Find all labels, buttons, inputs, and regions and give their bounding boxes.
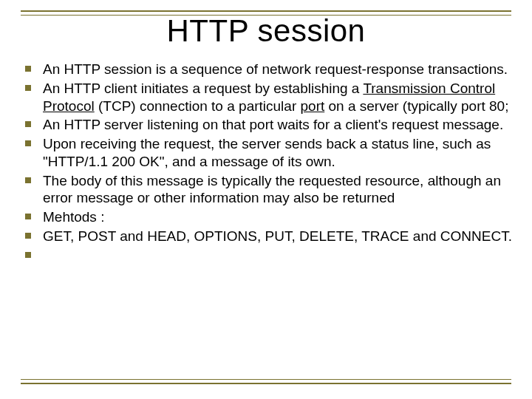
bullet-list: An HTTP session is a sequence of network… xyxy=(22,61,514,262)
bullet-item: An HTTP client initiates a request by es… xyxy=(22,80,514,115)
bullet-text: Upon receiving the request, the server s… xyxy=(43,136,491,169)
slide: HTTP session An HTTP session is a sequen… xyxy=(0,0,532,399)
bullet-item: An HTTP server listening on that port wa… xyxy=(22,116,514,134)
bullet-text: The body of this message is typically th… xyxy=(43,173,501,206)
bottom-rule-thin xyxy=(21,379,511,380)
bullet-item: Mehtods : xyxy=(22,208,514,226)
bullet-text: on a server (typically port 80; xyxy=(324,98,508,114)
bullet-item: Upon receiving the request, the server s… xyxy=(22,135,514,171)
bullet-text: (TCP) connection to a particular xyxy=(95,98,301,114)
bullet-item: GET, POST and HEAD, OPTIONS, PUT, DELETE… xyxy=(22,228,514,245)
bullet-text: An HTTP session is a sequence of network… xyxy=(43,61,508,77)
bullet-text: An HTTP server listening on that port wa… xyxy=(43,117,503,132)
bottom-rule-thick xyxy=(21,383,511,384)
bullet-text: An HTTP client initiates a request by es… xyxy=(43,81,363,96)
bullet-item xyxy=(22,247,514,262)
bullet-item: The body of this message is typically th… xyxy=(22,172,514,208)
bullet-text: Mehtods : xyxy=(43,209,104,225)
bullet-text: GET, POST and HEAD, OPTIONS, PUT, DELETE… xyxy=(43,228,512,244)
slide-body: An HTTP session is a sequence of network… xyxy=(22,61,514,263)
bullet-item: An HTTP session is a sequence of network… xyxy=(22,61,514,78)
slide-title: HTTP session xyxy=(0,13,532,49)
top-rule-thick xyxy=(21,10,511,12)
hyperlink[interactable]: port xyxy=(301,98,325,114)
